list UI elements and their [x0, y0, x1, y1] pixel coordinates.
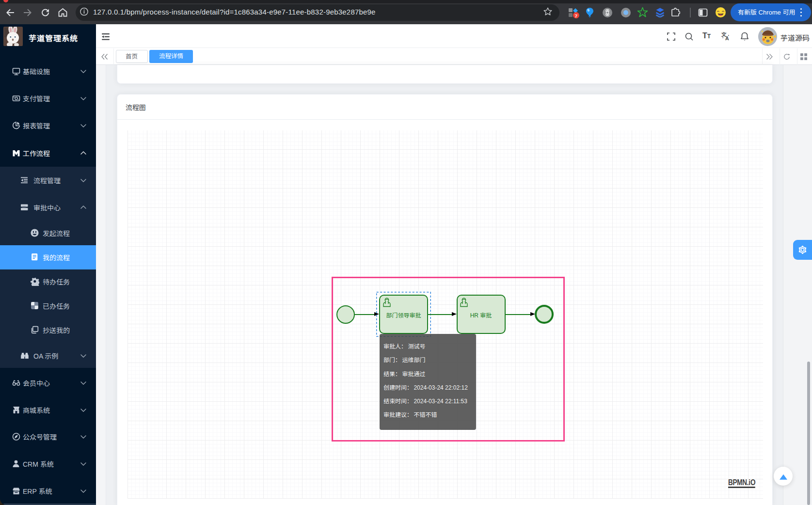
svg-text:7: 7: [575, 13, 577, 18]
svg-text:A: A: [725, 35, 729, 41]
